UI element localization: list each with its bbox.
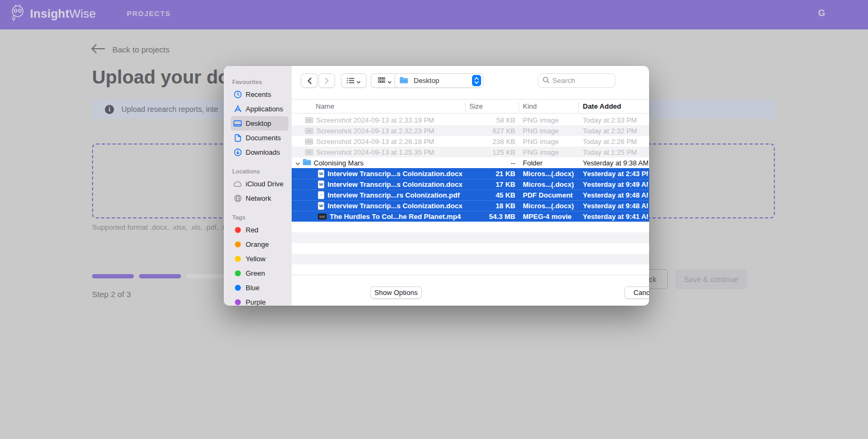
search-field[interactable] (538, 73, 615, 88)
page-title: Upload your do (92, 66, 230, 88)
sidebar-item-label: Desktop (246, 119, 271, 127)
video-file-icon (318, 214, 326, 220)
list-view-button[interactable] (341, 73, 367, 88)
orange-tag-icon (233, 241, 242, 247)
table-header: Name Size Kind Date Added (292, 99, 649, 113)
search-input[interactable] (552, 77, 606, 85)
sidebar-item-label: Applications (246, 105, 283, 113)
png-image-icon (305, 128, 313, 134)
nav-item-projects[interactable]: PROJECTS (127, 10, 171, 18)
user-avatar[interactable]: G (818, 8, 825, 19)
column-header-name[interactable]: Name (316, 102, 334, 110)
progress-bar (92, 274, 228, 278)
column-header-size[interactable]: Size (469, 102, 483, 110)
table-row[interactable]: Screenshot 2024-09-13 at 2.26.18 PM 238 … (292, 136, 649, 147)
app-store-icon (233, 105, 242, 113)
info-banner-text: Upload research reports, inte (121, 105, 218, 113)
forward-nav-button[interactable] (318, 73, 335, 88)
sidebar-item-downloads[interactable]: Downloads (231, 145, 288, 160)
column-header-kind[interactable]: Kind (523, 102, 537, 110)
app-header: InsightWise PROJECTS G (0, 0, 868, 29)
table-row[interactable]: Screenshot 2024-09-13 at 1.25.35 PM 125 … (292, 147, 649, 157)
step-label: Step 2 of 3 (92, 290, 131, 299)
show-options-button[interactable]: Show Options (370, 286, 422, 299)
word-doc-icon: W (318, 202, 324, 210)
empty-row (292, 222, 649, 232)
sidebar-item-label: Network (246, 194, 271, 202)
globe-icon (233, 194, 242, 202)
progress-segment (139, 274, 181, 278)
disclosure-chevron-icon[interactable] (295, 159, 300, 167)
sidebar-tag-green[interactable]: Green (231, 266, 288, 281)
file-open-dialog: Favourites Recents Applications Desktop … (224, 66, 649, 306)
cancel-button[interactable]: Cancel (625, 286, 649, 299)
grid-view-icon (378, 76, 385, 86)
sidebar-item-label: Downloads (246, 148, 280, 156)
chevron-down-icon (387, 76, 392, 86)
location-dropdown[interactable]: Desktop (394, 73, 483, 88)
table-row-selected[interactable]: WInterview Transcrip...s Colonization.do… (292, 179, 649, 190)
png-image-icon (305, 139, 313, 145)
progress-segment (92, 274, 134, 278)
purple-tag-icon (233, 299, 242, 305)
tag-label: Blue (246, 284, 260, 292)
sidebar-item-network[interactable]: Network (231, 191, 288, 206)
table-row[interactable]: Screenshot 2024-09-13 at 2.33.19 PM 58 K… (292, 115, 649, 125)
png-image-icon (305, 149, 313, 155)
word-doc-icon: W (318, 180, 324, 188)
table-row-selected[interactable]: WInterview Transcrip...s Colonization.do… (292, 168, 649, 179)
list-view-icon (347, 76, 354, 86)
sidebar-item-recents[interactable]: Recents (231, 87, 288, 102)
sidebar-item-icloud[interactable]: iCloud Drive (231, 177, 288, 191)
sidebar-item-desktop[interactable]: Desktop (231, 116, 288, 131)
sidebar-item-label: Recents (246, 90, 271, 99)
back-nav-button[interactable] (301, 73, 317, 88)
blue-tag-icon (233, 285, 242, 291)
sidebar-section-title: Locations (232, 168, 292, 175)
monitor-icon (233, 120, 242, 127)
supported-formats-text: Supported format .docx, .xlsx, .xls, .pd… (92, 223, 224, 231)
sidebar-tag-orange[interactable]: Orange (231, 237, 288, 252)
table-row[interactable]: Screenshot 2024-09-13 at 2.32.23 PM 627 … (292, 125, 649, 136)
green-tag-icon (233, 270, 242, 276)
back-to-projects-link[interactable]: Back to projects (91, 44, 170, 55)
tag-label: Green (246, 269, 265, 277)
tag-label: Yellow (246, 255, 265, 263)
sidebar-item-applications[interactable]: Applications (231, 102, 288, 116)
location-dropdown-value: Desktop (414, 77, 470, 85)
sidebar-item-label: iCloud Drive (246, 180, 284, 188)
sidebar-tag-yellow[interactable]: Yellow (231, 252, 288, 266)
sidebar-tag-red[interactable]: Red (231, 223, 288, 237)
empty-row (292, 243, 649, 254)
file-list: Screenshot 2024-09-13 at 2.33.19 PM 58 K… (292, 115, 649, 275)
document-icon (233, 134, 242, 142)
footer-divider (292, 275, 649, 275)
table-row-folder[interactable]: Colonising Mars --FolderYesterday at 9:3… (292, 157, 649, 168)
folder-icon (302, 158, 311, 167)
empty-row (292, 232, 649, 243)
tag-label: Red (246, 226, 258, 234)
sidebar-item-documents[interactable]: Documents (231, 131, 288, 145)
column-header-date-added[interactable]: Date Added (583, 102, 621, 110)
table-row-selected[interactable]: WInterview Transcrip...s Colonization.do… (292, 200, 649, 211)
table-row-selected[interactable]: ≡Interview Transcrip...rs Colonization.p… (292, 190, 649, 200)
folder-icon (399, 77, 408, 85)
brand-logo[interactable]: InsightWise (10, 4, 96, 24)
finder-toolbar: Desktop (292, 73, 649, 88)
sidebar-item-label: Documents (246, 134, 281, 142)
progress-segment (186, 274, 228, 278)
finder-main-panel: Desktop Name Size Kind Date Added Screen… (292, 66, 649, 306)
back-link-label: Back to projects (112, 45, 170, 54)
png-image-icon (305, 117, 313, 123)
save-continue-button[interactable]: Save & continue (675, 269, 747, 289)
table-row-selected[interactable]: The Hurdles To Col...he Red Planet.mp4 5… (292, 211, 649, 222)
sidebar-tag-blue[interactable]: Blue (231, 281, 288, 295)
sidebar-section-title: Favourites (232, 79, 292, 85)
sidebar-tag-purple[interactable]: Purple (231, 295, 288, 306)
pdf-doc-icon: ≡ (318, 191, 324, 199)
download-circle-icon (233, 148, 242, 156)
red-tag-icon (233, 227, 242, 233)
cloud-icon (233, 181, 242, 187)
word-doc-icon: W (318, 170, 324, 178)
search-icon (543, 76, 550, 86)
